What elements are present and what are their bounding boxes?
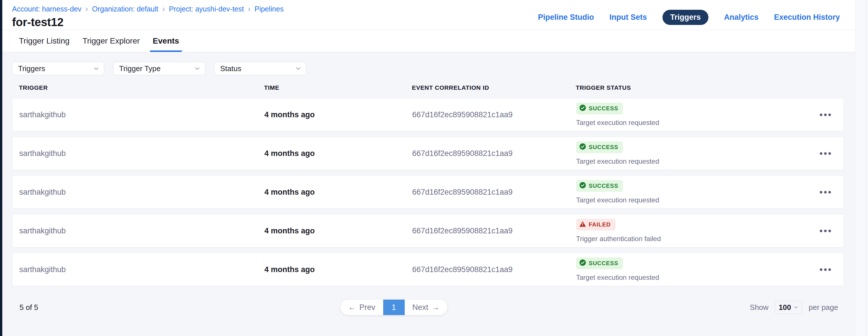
check-circle-icon bbox=[580, 182, 586, 190]
row-actions bbox=[814, 187, 837, 198]
nav-input-sets[interactable]: Input Sets bbox=[609, 13, 647, 22]
nav-analytics[interactable]: Analytics bbox=[724, 13, 758, 22]
status-badge: FAILED bbox=[576, 219, 615, 231]
event-correlation-id: 667d16f2ec895908821c1aa9 bbox=[412, 188, 576, 197]
trigger-status-cell: SUCCESS Target execution requested bbox=[576, 258, 814, 281]
page-size-value: 100 bbox=[779, 303, 791, 312]
event-time: 4 months ago bbox=[265, 149, 412, 158]
table-row[interactable]: sarthakgithub 4 months ago 667d16f2ec895… bbox=[12, 98, 844, 131]
status-badge: SUCCESS bbox=[576, 180, 623, 192]
breadcrumb-organization-link[interactable]: Organization: default bbox=[92, 5, 158, 13]
next-page-button[interactable]: Next bbox=[405, 300, 447, 315]
page-title: for-test12 bbox=[12, 16, 284, 29]
event-time: 4 months ago bbox=[265, 265, 412, 274]
status-detail: Target execution requested bbox=[576, 196, 814, 204]
triggers-filter-dropdown[interactable]: Triggers bbox=[12, 62, 104, 75]
more-options-icon[interactable] bbox=[818, 148, 833, 159]
tab-trigger-listing[interactable]: Trigger Listing bbox=[18, 30, 71, 52]
more-options-icon[interactable] bbox=[818, 264, 833, 275]
event-correlation-id: 667d16f2ec895908821c1aa9 bbox=[412, 265, 576, 274]
row-actions bbox=[814, 109, 837, 120]
page-size-dropdown[interactable]: 100 bbox=[775, 301, 802, 314]
trigger-name: sarthakgithub bbox=[19, 265, 265, 274]
app-root: Account: harness-dev Organization: defau… bbox=[0, 0, 868, 336]
column-header-trigger-status: TRIGGER STATUS bbox=[576, 84, 814, 91]
chevron-down-icon bbox=[93, 65, 99, 72]
more-options-icon[interactable] bbox=[818, 226, 833, 236]
triggers-filter-label: Triggers bbox=[18, 64, 45, 73]
scrollbar-gutter[interactable] bbox=[856, 0, 868, 336]
page-header: Account: harness-dev Organization: defau… bbox=[2, 0, 856, 30]
status-filter-label: Status bbox=[220, 64, 241, 73]
trigger-name: sarthakgithub bbox=[19, 149, 265, 158]
column-header-event-correlation-id: EVENT CORRELATION ID bbox=[412, 84, 576, 91]
event-time: 4 months ago bbox=[265, 227, 412, 235]
chevron-right-icon bbox=[86, 5, 88, 13]
more-options-icon[interactable] bbox=[818, 187, 833, 198]
row-actions bbox=[814, 264, 837, 275]
status-badge-label: SUCCESS bbox=[589, 144, 618, 150]
tab-events[interactable]: Events bbox=[152, 30, 180, 52]
tab-trigger-explorer[interactable]: Trigger Explorer bbox=[81, 30, 141, 52]
event-correlation-id: 667d16f2ec895908821c1aa9 bbox=[412, 110, 576, 119]
table-header-row: TRIGGER TIME EVENT CORRELATION ID TRIGGE… bbox=[12, 84, 844, 91]
trigger-status-cell: SUCCESS Target execution requested bbox=[576, 180, 814, 204]
nav-execution-history[interactable]: Execution History bbox=[774, 13, 840, 22]
pagination: Prev 1 Next bbox=[340, 300, 447, 315]
status-detail: Target execution requested bbox=[576, 273, 814, 281]
nav-pipeline-studio[interactable]: Pipeline Studio bbox=[538, 13, 594, 22]
table-footer: 5 of 5 Prev 1 Next Show 100 bbox=[12, 292, 844, 323]
status-filter-dropdown[interactable]: Status bbox=[214, 62, 306, 75]
prev-page-button[interactable]: Prev bbox=[340, 300, 383, 315]
more-options-icon[interactable] bbox=[818, 109, 833, 120]
status-badge: SUCCESS bbox=[576, 103, 623, 114]
event-time: 4 months ago bbox=[265, 110, 412, 119]
status-badge-label: FAILED bbox=[589, 221, 611, 228]
status-detail: Target execution requested bbox=[576, 157, 814, 165]
trigger-status-cell: SUCCESS Target execution requested bbox=[576, 103, 814, 127]
column-header-time: TIME bbox=[264, 84, 412, 91]
column-header-trigger: TRIGGER bbox=[19, 84, 264, 91]
main-column: Account: harness-dev Organization: defau… bbox=[2, 0, 856, 336]
trigger-name: sarthakgithub bbox=[19, 188, 265, 197]
events-content: Triggers Trigger Type Status bbox=[2, 62, 856, 323]
table-row[interactable]: sarthakgithub 4 months ago 667d16f2ec895… bbox=[12, 137, 844, 170]
page-number-button[interactable]: 1 bbox=[383, 300, 405, 315]
breadcrumb-pipelines-link[interactable]: Pipelines bbox=[255, 5, 284, 13]
table-row[interactable]: sarthakgithub 4 months ago 667d16f2ec895… bbox=[12, 253, 844, 286]
status-detail: Trigger authentication failed bbox=[576, 235, 814, 243]
breadcrumb-project-link[interactable]: Project: ayushi-dev-test bbox=[169, 5, 244, 13]
event-time: 4 months ago bbox=[265, 188, 412, 197]
trigger-status-cell: SUCCESS Target execution requested bbox=[576, 141, 814, 165]
collapsed-sidebar-strip bbox=[0, 0, 2, 336]
status-badge-label: SUCCESS bbox=[589, 260, 618, 267]
chevron-right-icon bbox=[162, 5, 165, 13]
check-circle-icon bbox=[580, 143, 586, 151]
table-row[interactable]: sarthakgithub 4 months ago 667d16f2ec895… bbox=[12, 214, 844, 247]
trigger-type-filter-label: Trigger Type bbox=[119, 64, 161, 73]
triggers-tabbar: Trigger Listing Trigger Explorer Events bbox=[2, 30, 856, 52]
arrow-right-icon bbox=[432, 303, 439, 312]
chevron-down-icon bbox=[194, 65, 200, 72]
next-label: Next bbox=[412, 303, 428, 312]
chevron-down-icon bbox=[295, 65, 301, 72]
header-left: Account: harness-dev Organization: defau… bbox=[12, 5, 284, 30]
breadcrumb-account-link[interactable]: Account: harness-dev bbox=[12, 5, 82, 13]
arrow-left-icon bbox=[348, 303, 356, 312]
per-page-label: per page bbox=[809, 303, 838, 312]
column-header-actions bbox=[814, 84, 837, 91]
chevron-right-icon bbox=[248, 5, 251, 13]
check-circle-icon bbox=[580, 260, 586, 267]
prev-label: Prev bbox=[360, 303, 375, 312]
status-badge-label: SUCCESS bbox=[589, 105, 618, 112]
status-badge: SUCCESS bbox=[576, 258, 623, 269]
nav-triggers[interactable]: Triggers bbox=[662, 10, 709, 25]
status-badge: SUCCESS bbox=[576, 141, 623, 153]
table-row[interactable]: sarthakgithub 4 months ago 667d16f2ec895… bbox=[12, 175, 844, 209]
event-correlation-id: 667d16f2ec895908821c1aa9 bbox=[412, 227, 576, 235]
results-summary: 5 of 5 bbox=[12, 303, 38, 312]
trigger-status-cell: FAILED Trigger authentication failed bbox=[576, 219, 814, 243]
trigger-name: sarthakgithub bbox=[19, 110, 265, 119]
trigger-type-filter-dropdown[interactable]: Trigger Type bbox=[113, 62, 205, 75]
check-circle-icon bbox=[580, 105, 586, 112]
